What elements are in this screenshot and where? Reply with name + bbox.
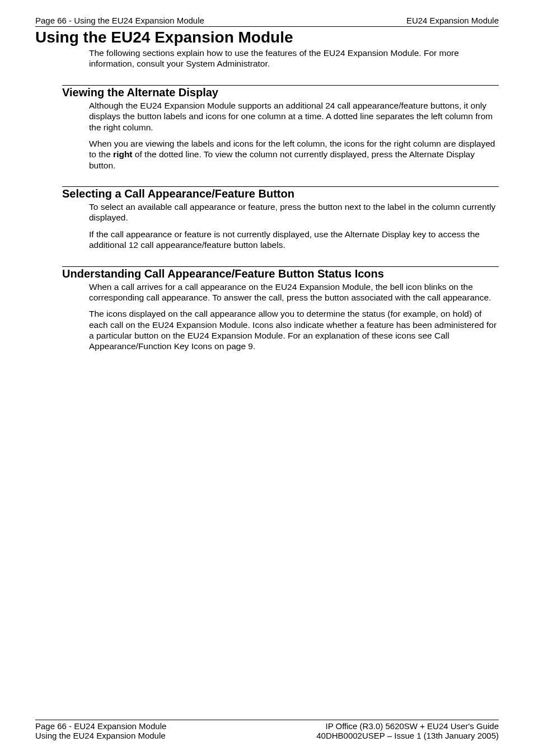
section-divider [62, 186, 499, 187]
section-heading: Selecting a Call Appearance/Feature Butt… [62, 187, 499, 200]
section-divider [62, 85, 499, 86]
header-left: Page 66 - Using the EU24 Expansion Modul… [35, 16, 204, 25]
text: Although the EU24 Expansion Module suppo… [89, 101, 493, 132]
intro-paragraph: The following sections explain how to us… [89, 48, 499, 69]
section-heading: Viewing the Alternate Display [62, 86, 499, 99]
paragraph: To select an available call appearance o… [89, 201, 499, 223]
footer-left: Page 66 - EU24 Expansion Module Using th… [35, 721, 166, 740]
text: When a call arrives for a call appearanc… [89, 282, 491, 302]
page-title: Using the EU24 Expansion Module [35, 29, 499, 46]
section-body: When a call arrives for a call appearanc… [89, 281, 499, 352]
text-bold: right [113, 149, 132, 159]
paragraph: The icons displayed on the call appearan… [89, 308, 499, 352]
text: of the dotted line. To view the column n… [89, 149, 475, 170]
text: If the call appearance or feature is not… [89, 229, 480, 250]
footer-left-line2: Using the EU24 Expansion Module [35, 731, 166, 740]
paragraph: If the call appearance or feature is not… [89, 229, 499, 251]
paragraph: Although the EU24 Expansion Module suppo… [89, 100, 499, 133]
page-header: Page 66 - Using the EU24 Expansion Modul… [35, 16, 499, 27]
section-divider [62, 266, 499, 267]
header-right: EU24 Expansion Module [406, 16, 499, 25]
paragraph: When you are viewing the labels and icon… [89, 138, 499, 171]
footer-right-line1: IP Office (R3.0) 5620SW + EU24 User's Gu… [316, 721, 499, 731]
footer-left-line1: Page 66 - EU24 Expansion Module [35, 721, 166, 731]
text: The icons displayed on the call appearan… [89, 309, 496, 351]
section-body: To select an available call appearance o… [89, 201, 499, 251]
paragraph: When a call arrives for a call appearanc… [89, 281, 499, 303]
document-page: Page 66 - Using the EU24 Expansion Modul… [0, 0, 534, 756]
footer-right: IP Office (R3.0) 5620SW + EU24 User's Gu… [316, 721, 499, 740]
page-footer: Page 66 - EU24 Expansion Module Using th… [35, 720, 499, 740]
footer-right-line2: 40DHB0002USEP – Issue 1 (13th January 20… [316, 731, 499, 740]
section-heading: Understanding Call Appearance/Feature Bu… [62, 267, 499, 280]
text: To select an available call appearance o… [89, 202, 495, 222]
section-body: Although the EU24 Expansion Module suppo… [89, 100, 499, 171]
